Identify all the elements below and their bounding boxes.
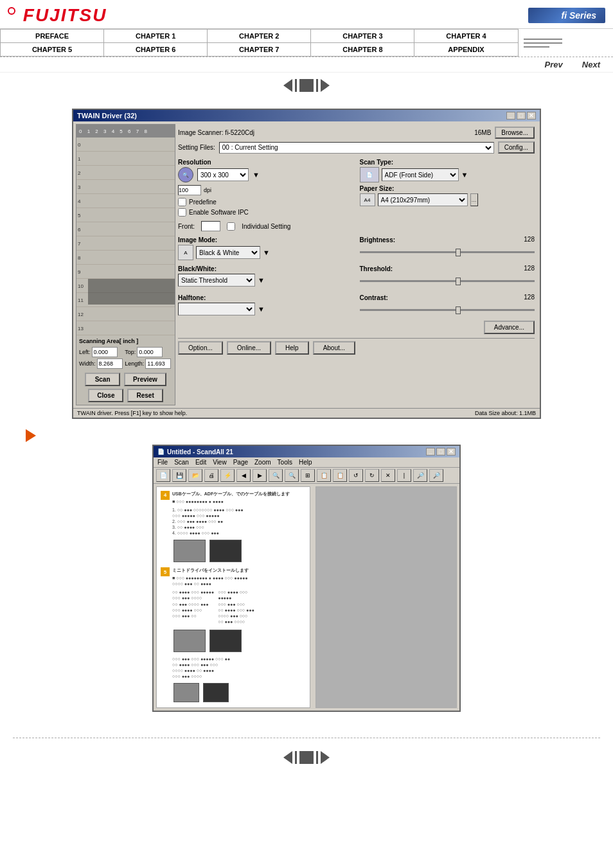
bw-select[interactable]: Static Threshold [178, 274, 255, 287]
bottom-arrow-bar-right-btn[interactable] [316, 751, 318, 764]
tb-prev[interactable]: ◀ [236, 469, 251, 482]
length-field: Length: [125, 359, 172, 369]
tb-print[interactable]: 🖨 [204, 469, 218, 482]
tb-next[interactable]: ▶ [253, 469, 267, 482]
menu-zoom[interactable]: Zoom [254, 459, 271, 466]
nav-row-1: PREFACE CHAPTER 1 CHAPTER 2 CHAPTER 3 CH… [1, 30, 614, 43]
setting-files-select[interactable]: 00 : Current Setting [219, 142, 494, 154]
predefine-checkbox[interactable] [178, 198, 186, 206]
tb-zoom-out[interactable]: 🔍 [285, 469, 299, 482]
brightness-thumb[interactable] [456, 249, 461, 256]
bottom-arrow-left-btn[interactable] [283, 751, 292, 764]
menu-page[interactable]: Page [233, 459, 248, 466]
menu-help[interactable]: Help [299, 459, 312, 466]
tb-rotate-l[interactable]: ↺ [349, 469, 363, 482]
image-mode-select[interactable]: Black & White [196, 246, 260, 259]
close-button[interactable]: Close [88, 389, 123, 402]
nav-ch2[interactable]: CHAPTER 2 [208, 30, 311, 43]
tb-open[interactable]: 📂 [188, 469, 202, 482]
ruler-numbers-header: 0 1 2 3 4 5 6 7 8 [79, 128, 149, 134]
bottom-arrow-rect-btn[interactable] [299, 751, 314, 764]
config-button[interactable]: Config... [498, 141, 535, 154]
arrow-left-btn[interactable] [283, 79, 292, 92]
width-input[interactable] [97, 359, 123, 369]
tb-save[interactable]: 💾 [172, 469, 186, 482]
left-input[interactable] [92, 347, 118, 357]
scan-type-select[interactable]: ADF (Front Side) [382, 168, 459, 181]
scandall-maximize[interactable]: □ [436, 448, 445, 456]
paper-size-select[interactable]: A4 (210x297mm) [378, 193, 468, 206]
scandall-minimize[interactable]: _ [426, 448, 435, 456]
nav-ch3[interactable]: CHAPTER 3 [311, 30, 414, 43]
top-input[interactable] [137, 347, 163, 357]
ruler-10: 10 [76, 279, 84, 293]
tb-copy[interactable]: 📋 [317, 469, 331, 482]
tb-delete[interactable]: ✕ [381, 469, 395, 482]
arrow-rect-icon [299, 79, 314, 92]
menu-file[interactable]: File [157, 459, 168, 466]
scandall-close[interactable]: ✕ [447, 448, 456, 456]
resolution-select[interactable]: 300 x 300 [197, 168, 249, 181]
threshold-thumb[interactable] [456, 278, 461, 285]
next-button[interactable]: Next [582, 60, 600, 69]
arrow-rect-btn[interactable] [299, 79, 314, 92]
nav-ch5[interactable]: CHAPTER 5 [1, 43, 104, 57]
tb-zoom1[interactable]: 🔎 [413, 469, 427, 482]
dpi-input[interactable] [178, 185, 201, 195]
scan-button[interactable]: Scan [85, 373, 120, 386]
tb-zoom-in[interactable]: 🔍 [269, 469, 283, 482]
nav-ch8[interactable]: CHAPTER 8 [311, 43, 414, 57]
help-button[interactable]: Help [275, 341, 309, 355]
nav-ch7[interactable]: CHAPTER 7 [208, 43, 311, 57]
nav-preface[interactable]: PREFACE [1, 30, 104, 43]
reset-button[interactable]: Reset [127, 389, 163, 402]
predefine-label: Predefine [189, 199, 217, 206]
tb-new[interactable]: 📄 [156, 469, 170, 482]
nav-appendix[interactable]: APPENDIX [414, 43, 518, 57]
menu-scan[interactable]: Scan [174, 459, 189, 466]
front-input[interactable] [201, 221, 220, 231]
arrow-bar-left-btn[interactable] [295, 79, 297, 92]
maximize-button[interactable]: □ [517, 112, 526, 120]
ruler-0: 0 [76, 137, 84, 152]
section4-text-1: ■ ○○○ ●●●●●●●● ● ●●●● [172, 499, 290, 504]
tb-fit[interactable]: ⊞ [301, 469, 315, 482]
advance-button[interactable]: Advance... [484, 321, 535, 334]
menu-tools[interactable]: Tools [278, 459, 292, 466]
nav-ch1[interactable]: CHAPTER 1 [104, 30, 208, 43]
arrow-indicator [26, 429, 600, 442]
tb-paste[interactable]: 📋 [333, 469, 347, 482]
preview-button[interactable]: Preview [124, 373, 166, 386]
about-button[interactable]: About... [313, 341, 355, 355]
enable-ipc-checkbox[interactable] [178, 208, 186, 217]
online-button[interactable]: Online... [227, 341, 271, 355]
minimize-button[interactable]: _ [506, 112, 515, 120]
nav-ch6[interactable]: CHAPTER 6 [104, 43, 208, 57]
length-input[interactable] [145, 359, 171, 369]
arrow-right-btn[interactable] [321, 79, 330, 92]
twain-body: 0 1 2 3 4 5 6 7 8 0 1 2 3 4 5 6 7 8 9 1 [73, 121, 540, 408]
menu-edit[interactable]: Edit [195, 459, 206, 466]
doc-content: 4 USBケーブル、ADFケーブル、でのケーブルを接続します ■ ○○○ ●●●… [157, 487, 310, 707]
tb-rotate-r[interactable]: ↻ [365, 469, 379, 482]
prev-button[interactable]: Prev [545, 60, 563, 69]
tb-scan[interactable]: ⚡ [220, 469, 235, 482]
paper-size-extra-btn[interactable]: … [470, 193, 478, 206]
option-button[interactable]: Option... [178, 341, 223, 355]
halftone-select[interactable] [178, 303, 255, 315]
front-label: Front: [178, 223, 195, 230]
close-button[interactable]: ✕ [527, 112, 536, 120]
menu-view[interactable]: View [213, 459, 227, 466]
brightness-col: Brightness: 128 [360, 234, 535, 260]
halftone-title: Halftone: [178, 294, 353, 301]
browse-button[interactable]: Browse... [495, 127, 535, 139]
individual-checkbox[interactable] [227, 222, 235, 231]
arrow-bar-right-btn[interactable] [316, 79, 318, 92]
two-col-section: Resolution 🔍 300 x 300 ▼ dpi [178, 156, 535, 218]
nav-ch4[interactable]: CHAPTER 4 [414, 30, 518, 43]
tb-zoom2[interactable]: 🔎 [429, 469, 443, 482]
bottom-arrow-bar-left-btn[interactable] [295, 751, 297, 764]
bottom-arrow-right-btn[interactable] [321, 751, 330, 764]
settings-panel: Image Scanner: fi-5220Cdj 16MB Browse...… [175, 124, 537, 405]
contrast-thumb[interactable] [456, 306, 461, 314]
